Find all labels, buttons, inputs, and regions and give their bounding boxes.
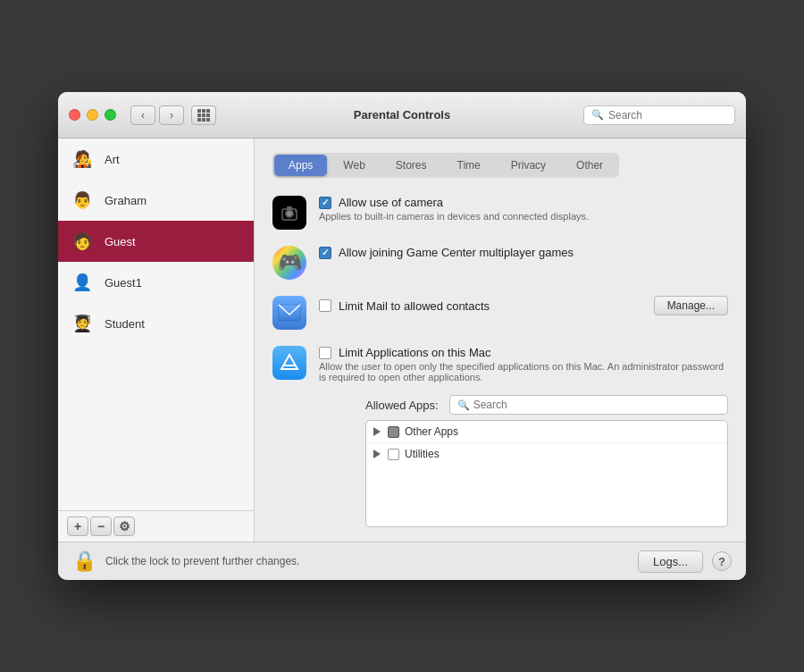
app-name-utilities: Utilities (405, 448, 440, 460)
avatar-graham: 👨 (69, 187, 96, 214)
mail-label-row: Limit Mail to allowed contacts Manage... (319, 296, 728, 315)
app-checkbox-other[interactable] (388, 426, 399, 438)
camera-icon (272, 196, 306, 230)
bottom-bar: 🔒 Click the lock to prevent further chan… (58, 542, 746, 580)
settings-button[interactable]: ⚙ (113, 517, 135, 536)
user-name-student: Student (105, 317, 145, 331)
search-icon: 🔍 (591, 109, 604, 121)
svg-point-1 (287, 211, 292, 216)
limit-apps-desc: Allow the user to open only the specifie… (319, 361, 728, 382)
avatar-art: 🧑‍🎤 (69, 146, 96, 172)
sidebar-item-graham[interactable]: 👨 Graham (58, 180, 254, 221)
minimize-button[interactable] (87, 109, 98, 121)
svg-point-3 (295, 210, 297, 212)
mail-content: Limit Mail to allowed contacts Manage... (319, 296, 728, 315)
back-button[interactable]: ‹ (130, 105, 155, 125)
avatar-guest1: 👤 (69, 269, 96, 296)
limit-apps-content: Limit Applications on this Mac Allow the… (319, 346, 728, 527)
expand-icon (373, 427, 381, 436)
tabs: Apps Web Stores Time Privacy Other (272, 153, 619, 178)
sidebar-item-guest[interactable]: 🧑 Guest (58, 221, 254, 262)
camera-setting: Allow use of camera Applies to built-in … (272, 196, 728, 230)
search-input[interactable] (608, 109, 727, 122)
gamecenter-setting: 🎮 Allow joining Game Center multiplayer … (272, 246, 728, 280)
titlebar: ‹ › Parental Controls 🔍 (58, 92, 746, 139)
camera-checkbox[interactable] (319, 197, 331, 209)
expand-icon (373, 449, 381, 458)
user-name-guest1: Guest1 (105, 276, 142, 290)
mail-setting: Limit Mail to allowed contacts Manage... (272, 296, 728, 330)
apps-search-input[interactable] (473, 399, 720, 411)
limit-apps-label: Limit Applications on this Mac (339, 346, 491, 359)
forward-button[interactable]: › (159, 105, 184, 125)
limit-apps-checkbox[interactable] (319, 347, 331, 359)
allowed-apps-label: Allowed Apps: (365, 399, 439, 412)
avatar-guest: 🧑 (69, 228, 96, 255)
remove-user-button[interactable]: − (90, 517, 112, 536)
lock-icon[interactable]: 🔒 (72, 550, 96, 573)
close-button[interactable] (69, 109, 80, 121)
tab-web[interactable]: Web (329, 155, 379, 176)
camera-label-row: Allow use of camera (319, 196, 728, 209)
tab-privacy[interactable]: Privacy (497, 155, 560, 176)
sidebar-actions: + − ⚙ (58, 510, 254, 542)
limit-apps-label-row: Limit Applications on this Mac (319, 346, 728, 359)
traffic-lights (69, 109, 116, 121)
app-name-other: Other Apps (405, 425, 458, 438)
mail-checkbox[interactable] (319, 299, 331, 312)
manage-button[interactable]: Manage... (654, 296, 728, 315)
gamecenter-label: Allow joining Game Center multiplayer ga… (339, 246, 574, 259)
gamecenter-content: Allow joining Game Center multiplayer ga… (319, 246, 728, 259)
sidebar-item-student[interactable]: 🧑‍🎓 Student (58, 303, 254, 344)
apps-search-icon: 🔍 (457, 399, 470, 411)
user-name-graham: Graham (105, 194, 147, 207)
mail-icon (272, 296, 306, 330)
tab-time[interactable]: Time (443, 155, 495, 176)
tab-other[interactable]: Other (562, 155, 617, 176)
appstore-icon (272, 346, 306, 380)
allowed-apps-area: Allowed Apps: 🔍 Other App (365, 395, 728, 527)
avatar-student: 🧑‍🎓 (69, 310, 96, 337)
panel: Apps Web Stores Time Privacy Other (255, 139, 746, 542)
add-user-button[interactable]: + (67, 517, 88, 536)
user-name-art: Art (105, 153, 120, 166)
lock-text: Click the lock to prevent further change… (105, 555, 629, 567)
sidebar: 🧑‍🎤 Art 👨 Graham 🧑 Guest 👤 Guest1 (58, 139, 255, 542)
help-button[interactable]: ? (712, 551, 732, 571)
list-item[interactable]: Utilities (366, 443, 727, 465)
grid-icon (197, 109, 210, 122)
gamecenter-label-row: Allow joining Game Center multiplayer ga… (319, 246, 728, 259)
user-name-guest: Guest (105, 235, 136, 248)
maximize-button[interactable] (105, 109, 116, 121)
main-window: ‹ › Parental Controls 🔍 🧑‍🎤 Art (58, 92, 746, 580)
settings-area: Allow use of camera Applies to built-in … (272, 196, 728, 527)
apps-list: Other Apps Utilities (365, 420, 728, 527)
gamecenter-icon: 🎮 (272, 246, 306, 280)
camera-label: Allow use of camera (339, 196, 443, 209)
window-title: Parental Controls (354, 108, 450, 122)
allowed-label-row: Allowed Apps: 🔍 (365, 395, 728, 415)
sidebar-item-guest1[interactable]: 👤 Guest1 (58, 262, 254, 303)
app-checkbox-utilities[interactable] (388, 449, 399, 460)
limit-apps-setting: Limit Applications on this Mac Allow the… (272, 346, 728, 527)
user-list: 🧑‍🎤 Art 👨 Graham 🧑 Guest 👤 Guest1 (58, 139, 254, 510)
nav-buttons: ‹ › (130, 105, 184, 125)
logs-button[interactable]: Logs... (638, 550, 703, 573)
camera-content: Allow use of camera Applies to built-in … (319, 196, 728, 222)
grid-view-button[interactable] (191, 105, 216, 125)
svg-rect-4 (287, 206, 292, 209)
tab-stores[interactable]: Stores (381, 155, 441, 176)
gamecenter-checkbox[interactable] (319, 247, 331, 259)
camera-desc: Applies to built-in cameras in devices a… (319, 211, 728, 222)
list-item[interactable]: Other Apps (366, 421, 727, 443)
main-content: 🧑‍🎤 Art 👨 Graham 🧑 Guest 👤 Guest1 (58, 139, 746, 542)
titlebar-search[interactable]: 🔍 (583, 105, 735, 125)
tab-apps[interactable]: Apps (274, 155, 327, 176)
apps-search[interactable]: 🔍 (449, 395, 728, 415)
sidebar-item-art[interactable]: 🧑‍🎤 Art (58, 139, 254, 180)
mail-label: Limit Mail to allowed contacts (339, 299, 490, 313)
